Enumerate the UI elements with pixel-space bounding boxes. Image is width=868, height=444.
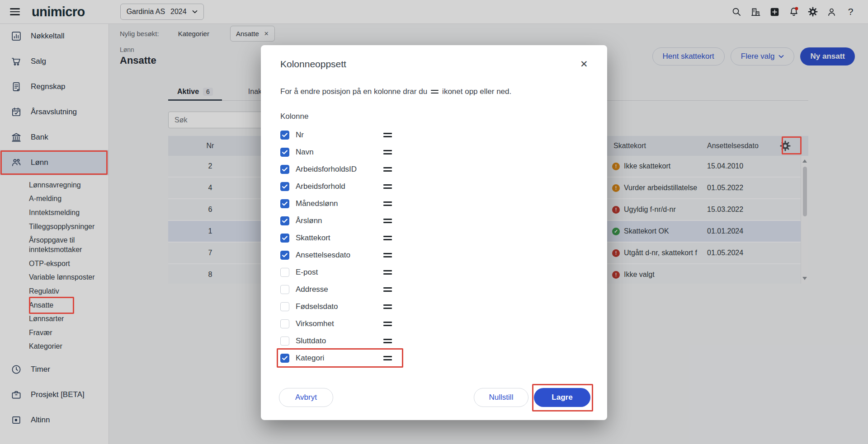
checkbox-checked[interactable]: [280, 148, 289, 157]
column-row: Sluttdato: [280, 332, 411, 350]
drag-handle-icon: [431, 90, 439, 94]
drag-handle-icon[interactable]: [383, 167, 392, 172]
column-label: Månedslønn: [296, 199, 338, 208]
lagre-button[interactable]: Lagre: [534, 388, 590, 407]
checkbox-unchecked[interactable]: [280, 319, 289, 328]
drag-handle-icon[interactable]: [383, 236, 392, 240]
checkbox-checked[interactable]: [280, 165, 289, 174]
column-list: NrNavnArbeidsforholdsIDArbeidsforholdMån…: [280, 126, 411, 367]
drag-handle-icon[interactable]: [383, 184, 392, 189]
checkbox-checked[interactable]: [280, 354, 289, 363]
column-row: Månedslønn: [280, 195, 411, 212]
column-label: Arbeidsforhold: [296, 182, 345, 191]
drag-handle-icon[interactable]: [383, 150, 392, 154]
checkbox-unchecked[interactable]: [280, 268, 289, 277]
dialog-close-button[interactable]: ✕: [580, 59, 588, 70]
dialog-description: For å endre posisjon på en kolonne drar …: [280, 87, 511, 96]
column-row: Navn: [280, 144, 411, 161]
column-label: Kategori: [296, 354, 324, 363]
column-label: Fødselsdato: [296, 302, 338, 311]
column-label: Ansettelsesdato: [296, 251, 350, 260]
drag-handle-icon[interactable]: [383, 287, 392, 292]
drag-handle-icon[interactable]: [383, 270, 392, 275]
drag-handle-icon[interactable]: [383, 201, 392, 206]
avbryt-button[interactable]: Avbryt: [279, 388, 333, 407]
column-row: Årslønn: [280, 212, 411, 229]
checkbox-checked[interactable]: [280, 234, 289, 243]
column-row: E-post: [280, 264, 411, 281]
column-label: Addresse: [296, 285, 328, 294]
column-label: Navn: [296, 148, 314, 157]
column-row: Skattekort: [280, 229, 411, 247]
column-list-label: Kolonne: [280, 112, 308, 121]
drag-handle-icon[interactable]: [383, 322, 392, 326]
checkbox-unchecked[interactable]: [280, 285, 289, 294]
app-root: unimicro Gardinia AS 2024: [0, 0, 868, 444]
column-label: Virksomhet: [296, 319, 334, 328]
column-label: ArbeidsforholdsID: [296, 165, 357, 174]
drag-handle-icon[interactable]: [383, 339, 392, 343]
description-after: ikonet opp eller ned.: [442, 87, 511, 96]
dialog-title: Kolonneoppsett: [280, 59, 346, 70]
column-row: ArbeidsforholdsID: [280, 161, 411, 178]
description-before: For å endre posisjon på en kolonne drar …: [280, 87, 427, 96]
checkbox-unchecked[interactable]: [280, 302, 289, 311]
column-label: E-post: [296, 268, 318, 277]
column-label: Skattekort: [296, 234, 330, 243]
drag-handle-icon[interactable]: [383, 133, 392, 137]
column-row: Fødselsdato: [280, 298, 411, 315]
column-row: Arbeidsforhold: [280, 178, 411, 195]
drag-handle-icon[interactable]: [383, 219, 392, 223]
checkbox-checked[interactable]: [280, 131, 289, 140]
column-row: Ansettelsesdato: [280, 247, 411, 264]
column-row: Kategori: [280, 350, 411, 367]
column-label: Årslønn: [296, 216, 322, 225]
column-row: Virksomhet: [280, 315, 411, 332]
checkbox-checked[interactable]: [280, 182, 289, 191]
drag-handle-icon[interactable]: [383, 304, 392, 309]
nullstill-button[interactable]: Nullstill: [474, 388, 528, 407]
column-row: Addresse: [280, 281, 411, 298]
kolonneoppsett-dialog: Kolonneoppsett ✕ For å endre posisjon på…: [261, 45, 607, 420]
drag-handle-icon[interactable]: [383, 253, 392, 257]
checkbox-checked[interactable]: [280, 251, 289, 260]
checkbox-checked[interactable]: [280, 216, 289, 225]
checkbox-checked[interactable]: [280, 199, 289, 208]
drag-handle-icon[interactable]: [383, 356, 392, 360]
column-label: Sluttdato: [296, 337, 326, 346]
column-label: Nr: [296, 131, 304, 140]
checkbox-unchecked[interactable]: [280, 337, 289, 346]
column-row: Nr: [280, 126, 411, 144]
